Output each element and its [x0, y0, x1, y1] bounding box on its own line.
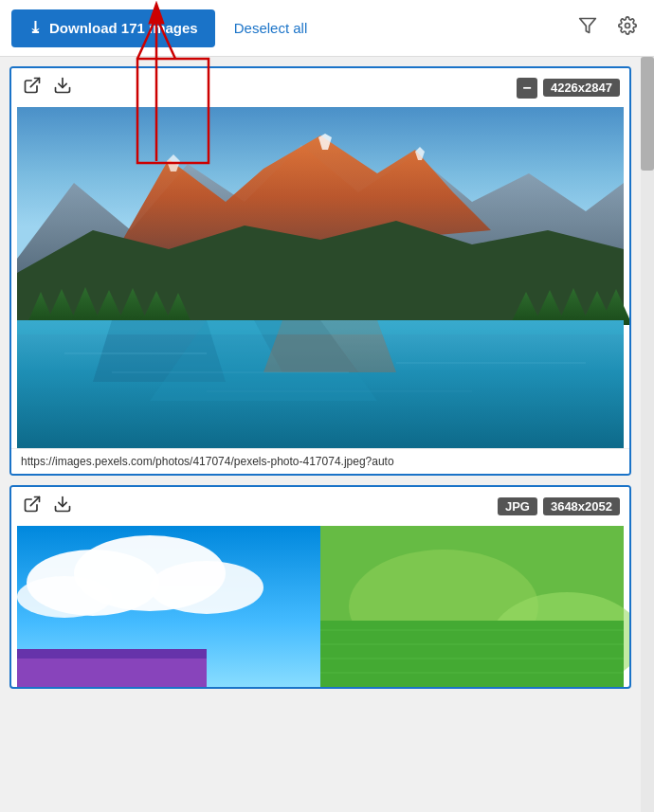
open-external-icon	[23, 76, 42, 99]
card-icons-1	[21, 74, 74, 101]
download-button-label: Download 171 images	[49, 20, 198, 36]
card-icons-2	[21, 493, 74, 520]
filter-icon	[578, 16, 597, 40]
minus-icon: −	[522, 80, 531, 97]
content-area: − 4226x2847	[0, 57, 654, 698]
svg-rect-41	[17, 659, 207, 687]
dimension-badge-2: 3648x2052	[543, 497, 620, 515]
toolbar: ⤓ Download 171 images Deselect all	[0, 0, 654, 57]
mountain-lake-svg	[11, 107, 629, 448]
gear-icon	[618, 16, 637, 40]
card-meta-1: − 4226x2847	[517, 78, 620, 99]
download-button[interactable]: ⤓ Download 171 images	[11, 9, 215, 47]
download-single-icon	[53, 76, 72, 99]
card-meta-2: JPG 3648x2052	[498, 497, 620, 515]
app-container: ⤓ Download 171 images Deselect all	[0, 0, 654, 812]
scroll-track	[641, 57, 654, 812]
svg-point-38	[150, 561, 263, 614]
open-external-button-1[interactable]	[21, 74, 44, 101]
deselect-label: Deselect all	[234, 20, 308, 36]
open-external-icon-2	[23, 495, 42, 518]
download-icon: ⤓	[28, 20, 42, 36]
deselect-all-button[interactable]: Deselect all	[225, 14, 318, 42]
download-single-button-1[interactable]	[51, 74, 74, 101]
svg-line-33	[30, 497, 39, 506]
download-single-icon-2	[53, 495, 72, 518]
card-url-1: https://images.pexels.com/photos/417074/…	[11, 448, 629, 474]
filter-button[interactable]	[572, 10, 603, 45]
settings-button[interactable]	[612, 10, 643, 45]
svg-marker-0	[580, 19, 596, 33]
format-badge-2: JPG	[498, 497, 537, 515]
minus-button-1[interactable]: −	[517, 78, 537, 99]
svg-rect-32	[17, 320, 624, 334]
download-single-button-2[interactable]	[51, 493, 74, 520]
svg-point-1	[626, 24, 630, 28]
scroll-thumb[interactable]	[641, 57, 654, 171]
image-card-2: JPG 3648x2052	[9, 485, 631, 689]
sky-scene-svg	[11, 526, 629, 687]
svg-line-2	[30, 79, 39, 87]
card-top-bar-2: JPG 3648x2052	[11, 487, 629, 526]
card-top-bar-1: − 4226x2847	[11, 68, 629, 107]
dimension-badge-1: 4226x2847	[543, 79, 620, 97]
svg-point-39	[17, 576, 112, 618]
image-scene-2	[11, 526, 629, 687]
image-scene-1	[11, 107, 629, 448]
image-card-1: − 4226x2847	[9, 66, 631, 476]
open-external-button-2[interactable]	[21, 493, 44, 520]
